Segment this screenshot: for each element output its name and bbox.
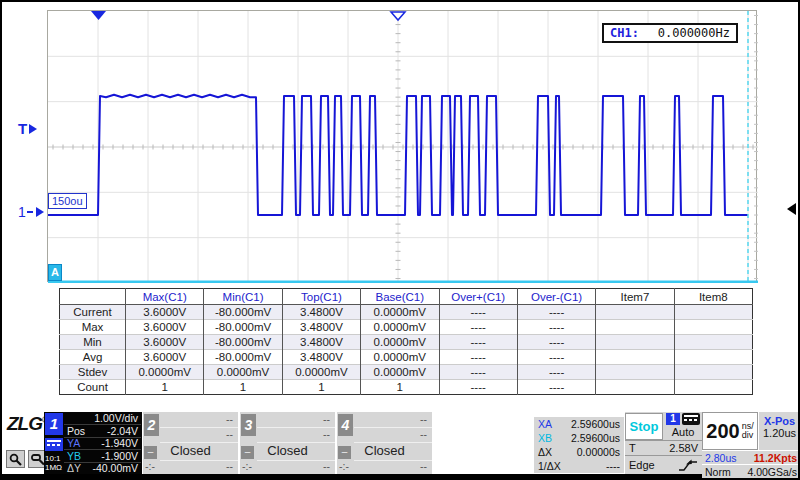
table-column-header: Min(C1) <box>204 289 282 305</box>
channel2-value2: -- <box>226 428 233 440</box>
channel1-panel[interactable]: 1 10:11MΩ 1.00V/div Pos-2.04V YA-1.940V … <box>44 412 142 474</box>
measurement-cell: 0.0000mV <box>126 365 204 380</box>
right-edge-marker-icon <box>787 203 796 215</box>
ch1-yb-value: -1.900V <box>101 450 138 462</box>
sample-rate: 4.00GSa/s <box>747 466 797 478</box>
table-row: Stdev0.0000mV0.0000mV0.0000mV0.0000mV---… <box>60 365 753 380</box>
measurement-cell: -80.000mV <box>204 335 282 350</box>
measurement-cell: 3.4800V <box>282 320 360 335</box>
trigger-coupling-icon <box>682 413 700 425</box>
channel4-status: Closed <box>337 443 432 458</box>
trigger-panel: Stop 1 Auto T 2.58V Edge <box>625 412 702 474</box>
inv-dx-label: 1/ΔX <box>538 460 561 472</box>
dc-coupling-icon <box>45 438 63 451</box>
channel2-bottom-left: -:- <box>145 460 155 472</box>
freq-value: 0.000000Hz <box>658 26 730 40</box>
time-tag-label: 150ou <box>48 193 87 209</box>
cursor-readout-panel: XA2.59600us XB2.59600us ΔX0.00000s 1/ΔX-… <box>534 417 624 473</box>
channel4-panel[interactable]: 4 – -- -- Closed -:- -- <box>337 412 432 474</box>
rising-edge-icon <box>678 458 698 472</box>
ch1-ya-label: YA <box>67 437 80 449</box>
xpos-value: 1.20us <box>759 427 800 439</box>
brand-logo: ZLG® <box>7 413 48 435</box>
timebase-value: 200 <box>706 420 739 443</box>
freq-channel-label: CH1: <box>610 26 639 40</box>
run-stop-button[interactable]: Stop <box>625 413 663 440</box>
table-column-header: Item7 <box>596 289 674 305</box>
measurement-cell: 3.6000V <box>126 320 204 335</box>
trigger-arrow-icon <box>29 124 37 134</box>
measurement-cell <box>674 335 752 350</box>
measurement-cell: ---- <box>517 335 595 350</box>
measurement-cell: 3.4800V <box>282 350 360 365</box>
probe-tool-button[interactable] <box>6 450 25 468</box>
trigger-type-row[interactable]: Edge <box>625 455 702 473</box>
table-row-label: Count <box>60 380 126 395</box>
acquisition-row: Norm 4.00GSa/s <box>702 465 800 478</box>
ch1-pos-label: Pos <box>67 425 85 437</box>
trigger-mode[interactable]: Auto <box>664 426 702 438</box>
table-column-header <box>60 289 126 305</box>
ch1-dy-value: -40.00mV <box>92 462 138 474</box>
measurement-cell: ---- <box>439 380 517 395</box>
table-row: Min3.6000V-80.000mV3.4800V0.0000mV------… <box>60 335 753 350</box>
measurement-cell: 3.6000V <box>126 305 204 320</box>
table-row-label: Current <box>60 305 126 320</box>
table-column-header: Over-(C1) <box>517 289 595 305</box>
probe-icon <box>9 453 22 466</box>
table-column-header: Over+(C1) <box>439 289 517 305</box>
measurement-cell: 0.0000mV <box>204 365 282 380</box>
measurement-cell: 3.4800V <box>282 305 360 320</box>
inv-dx-value: ---- <box>606 460 620 472</box>
measurement-cell: 0.0000mV <box>361 335 439 350</box>
connector-icon <box>31 453 45 466</box>
measurement-table: Max(C1)Min(C1)Top(C1)Base(C1)Over+(C1)Ov… <box>59 288 753 395</box>
xa-label: XA <box>538 418 552 430</box>
channel2-bottom-right: -- <box>226 460 233 472</box>
delay-position-marker <box>391 12 405 20</box>
measurement-cell: 3.6000V <box>126 335 204 350</box>
channel4-bottom-right: -- <box>420 460 427 472</box>
channel2-badge[interactable]: 2 <box>144 414 159 436</box>
channel2-panel[interactable]: 2 – -- -- Closed -:- -- <box>143 412 238 474</box>
channel3-panel[interactable]: 3 – -- -- Closed -:- -- <box>240 412 335 474</box>
table-row: Max3.6000V-80.000mV3.4800V0.0000mV------… <box>60 320 753 335</box>
trigger-source-badge[interactable]: 1 <box>666 413 680 425</box>
channel1-badge[interactable]: 1 <box>45 413 63 435</box>
dx-value: 0.00000s <box>577 446 620 458</box>
zone-a-badge[interactable]: A <box>48 264 62 281</box>
channel4-badge[interactable]: 4 <box>338 414 353 436</box>
measurement-cell: ---- <box>439 320 517 335</box>
channel3-value1: -- <box>323 413 330 425</box>
bottom-bar <box>2 474 800 480</box>
channel3-badge[interactable]: 3 <box>241 414 256 436</box>
trigger-level-marker[interactable]: T <box>18 120 37 137</box>
zone-bottom-line <box>48 281 758 284</box>
measurement-cell: 0.0000mV <box>361 320 439 335</box>
trigger-source-box[interactable]: 1 Auto <box>664 413 702 440</box>
xpos-box[interactable]: X-Pos 1.20us <box>759 412 800 450</box>
oscilloscope-screen: T 1 150ou A CH1: 0.000000Hz Max(C1)Min(C… <box>0 0 800 480</box>
measurement-cell <box>596 335 674 350</box>
table-column-header: Max(C1) <box>126 289 204 305</box>
measurement-cell: ---- <box>517 380 595 395</box>
measurement-cell: -80.000mV <box>204 320 282 335</box>
channel1-ground-marker[interactable]: 1 <box>18 204 44 220</box>
measurement-cell: ---- <box>439 335 517 350</box>
trigger-type-label: Edge <box>629 459 655 471</box>
ch1-frequency-readout: CH1: 0.000000Hz <box>602 23 738 43</box>
measurement-cell: ---- <box>517 365 595 380</box>
measurement-cell: 0.0000mV <box>282 365 360 380</box>
channel3-bottom-left: -:- <box>242 460 252 472</box>
dx-label: ΔX <box>538 446 552 458</box>
timebase-box[interactable]: 200 ns/div <box>702 412 758 450</box>
measurement-cell: 1 <box>204 380 282 395</box>
ch1-vdiv: 1.00V/div <box>94 412 138 424</box>
record-points: 11.2Kpts <box>754 452 797 464</box>
measurement-cell <box>596 365 674 380</box>
measurement-cell: -80.000mV <box>204 350 282 365</box>
trigger-level-value: 2.58V <box>669 442 698 454</box>
measurement-cell: 0.0000mV <box>361 350 439 365</box>
trigger-level-row[interactable]: T 2.58V <box>625 440 702 455</box>
measurement-cell <box>596 380 674 395</box>
